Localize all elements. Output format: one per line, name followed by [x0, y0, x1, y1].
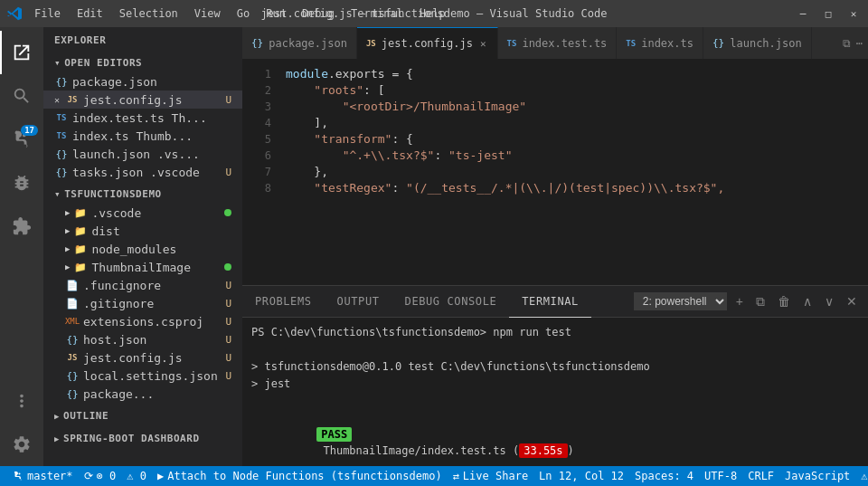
open-editors-header[interactable]: ▾ Open Editors — [43, 53, 242, 72]
menu-selection[interactable]: Selection — [112, 5, 185, 22]
code-line-2: "roots": [ — [286, 82, 807, 99]
folder-icon2: 📁 — [73, 224, 88, 238]
file-host-json[interactable]: {} host.json U — [43, 330, 242, 348]
folder-thumbnail[interactable]: ▶ 📁 ThumbnailImage — [43, 258, 242, 276]
panel-tab-debug-console[interactable]: DEBUG CONSOLE — [392, 286, 510, 318]
sync-status[interactable]: ⟳ ⊗ 0 — [79, 470, 122, 482]
activity-settings[interactable] — [0, 423, 43, 466]
split-editor-icon[interactable]: ⧉ — [843, 37, 851, 50]
panel-tab-terminal[interactable]: TERMINAL — [509, 286, 591, 318]
spaces-status[interactable]: Spaces: 4 — [629, 470, 699, 482]
split-terminal-button[interactable]: ⧉ — [752, 292, 769, 311]
tab-close-icon[interactable]: ✕ — [478, 37, 488, 51]
file-tree: ▾ Open Editors {} package.json ✕ JS jest… — [43, 53, 242, 466]
eslint-status[interactable]: ⚠ ESLint — [855, 470, 868, 482]
menu-file[interactable]: File — [27, 5, 68, 22]
chevron-right-icon6: ▶ — [54, 434, 60, 443]
panel-tab-problems[interactable]: PROBLEMS — [242, 286, 325, 318]
js-file-icon2: JS — [65, 350, 80, 365]
folder-icon3: 📁 — [73, 242, 88, 256]
line-numbers: 1 2 3 4 5 6 7 8 — [242, 59, 278, 285]
maximize-button[interactable]: □ — [821, 6, 835, 21]
chevron-right-icon3: ▶ — [65, 244, 70, 253]
springboot-header[interactable]: ▶ SPRING-BOOT DASHBOARD — [43, 429, 242, 448]
open-file-index-test[interactable]: TS index.test.ts Th... — [43, 109, 242, 127]
activity-search[interactable] — [0, 74, 43, 118]
filename: tasks.json .vscode — [72, 166, 222, 179]
close-panel-button[interactable]: ✕ — [843, 292, 861, 310]
file-icon: 📄 — [65, 278, 80, 292]
tab-jest-config[interactable]: JS jest.config.js ✕ — [357, 27, 498, 59]
json-file-icon6: {} — [65, 386, 80, 401]
delete-terminal-button[interactable]: 🗑 — [774, 292, 794, 310]
add-terminal-button[interactable]: + — [732, 292, 747, 310]
file-funcignore[interactable]: 📄 .funcignore U — [43, 276, 242, 294]
open-file-tasks-json[interactable]: {} tasks.json .vscode U — [43, 163, 242, 181]
activity-source-control[interactable]: 17 — [0, 118, 43, 161]
file-gitignore[interactable]: 📄 .gitignore U — [43, 294, 242, 312]
tab-label: jest.config.js — [382, 37, 473, 50]
panel-tab-output[interactable]: OUTPUT — [325, 286, 392, 318]
panel-chevron-up-button[interactable]: ∧ — [799, 292, 816, 310]
menu-go[interactable]: Go — [230, 5, 257, 22]
code-line-4: ], — [286, 115, 807, 131]
xml-file-icon: XML — [65, 314, 80, 329]
foldername: ThumbnailImage — [91, 261, 221, 274]
minimize-button[interactable]: ─ — [796, 6, 810, 21]
json-file-icon5: {} — [65, 368, 80, 383]
ts-file-icon: TS — [54, 110, 69, 125]
warning-status[interactable]: ⚠ 0 — [121, 470, 152, 482]
tab-index-test[interactable]: TS index.test.ts — [498, 27, 618, 59]
line-ending-status[interactable]: CRLF — [742, 470, 779, 482]
editor-area: {} package.json JS jest.config.js ✕ TS i… — [242, 27, 868, 466]
close-button[interactable]: ✕ — [846, 6, 861, 21]
line-num: 1 — [250, 66, 271, 82]
open-file-jest-config[interactable]: ✕ JS jest.config.js U — [43, 91, 242, 109]
more-tabs-icon[interactable]: ⋯ — [856, 37, 863, 50]
line-ending-text: CRLF — [748, 470, 774, 482]
file-jest-config-js[interactable]: JS jest.config.js U — [43, 348, 242, 367]
tab-index-ts[interactable]: TS index.ts — [617, 27, 703, 59]
open-file-launch-json[interactable]: {} launch.json .vs... — [43, 145, 242, 163]
position-status[interactable]: Ln 12, Col 12 — [533, 470, 629, 482]
project-header[interactable]: ▾ TSFUNCTIONSDEMO — [43, 185, 242, 204]
menu-edit[interactable]: Edit — [70, 5, 110, 22]
tab-package-json[interactable]: {} package.json — [242, 27, 357, 59]
json-file-icon2: {} — [54, 147, 69, 161]
vscode-icon — [7, 6, 22, 21]
position-text: Ln 12, Col 12 — [539, 470, 624, 482]
liveshare-status[interactable]: ⇄ Live Share — [448, 470, 533, 482]
activity-debug[interactable] — [0, 161, 43, 205]
terminal-content[interactable]: PS C:\dev\functions\tsfunctionsdemo> npm… — [242, 318, 868, 466]
activity-bar: 17 — [0, 27, 43, 466]
file-local-settings[interactable]: {} local.settings.json U — [43, 367, 242, 385]
attach-status[interactable]: ▶ Attach to Node Functions (tsfunctionsd… — [152, 470, 448, 482]
chevron-right-icon5: ▶ — [54, 412, 60, 421]
panel-chevron-down-button[interactable]: ∨ — [821, 292, 837, 310]
close-icon[interactable]: ✕ — [54, 95, 60, 105]
folder-dist[interactable]: ▶ 📁 dist — [43, 222, 242, 240]
outline-header[interactable]: ▶ OUTLINE — [43, 406, 242, 425]
activity-explorer[interactable] — [0, 31, 43, 74]
status-dot — [224, 209, 231, 216]
folder-node-modules[interactable]: ▶ 📁 node_modules — [43, 240, 242, 258]
terminal-selector[interactable]: 2: powershell — [634, 292, 727, 310]
open-file-package-json[interactable]: {} package.json — [43, 72, 242, 91]
code-line-6: "^.+\\.tsx?$": "ts-jest" — [286, 148, 807, 164]
filename: package... — [83, 387, 231, 401]
sidebar-header: Explorer — [43, 27, 242, 53]
open-file-index-ts[interactable]: TS index.ts Thumb... — [43, 127, 242, 145]
branch-status[interactable]: master* — [7, 470, 79, 482]
activity-more[interactable] — [0, 379, 43, 423]
pass-badge: PASS — [316, 427, 352, 442]
encoding-status[interactable]: UTF-8 — [699, 470, 742, 482]
menu-view[interactable]: View — [187, 5, 228, 22]
folder-vscode[interactable]: ▶ 📁 .vscode — [43, 204, 242, 222]
code-editor[interactable]: module.exports = { "roots": [ "<rootDir>… — [278, 59, 814, 285]
file-package[interactable]: {} package... — [43, 385, 242, 403]
language-status[interactable]: JavaScript — [779, 470, 855, 482]
activity-extensions[interactable] — [0, 205, 43, 248]
tab-launch-json[interactable]: {} launch.json — [703, 27, 812, 59]
status-bar: master* ⟳ ⊗ 0 ⚠ 0 ▶ Attach to Node Funct… — [0, 466, 868, 486]
file-extensions-csproj[interactable]: XML extensions.csproj U — [43, 312, 242, 330]
